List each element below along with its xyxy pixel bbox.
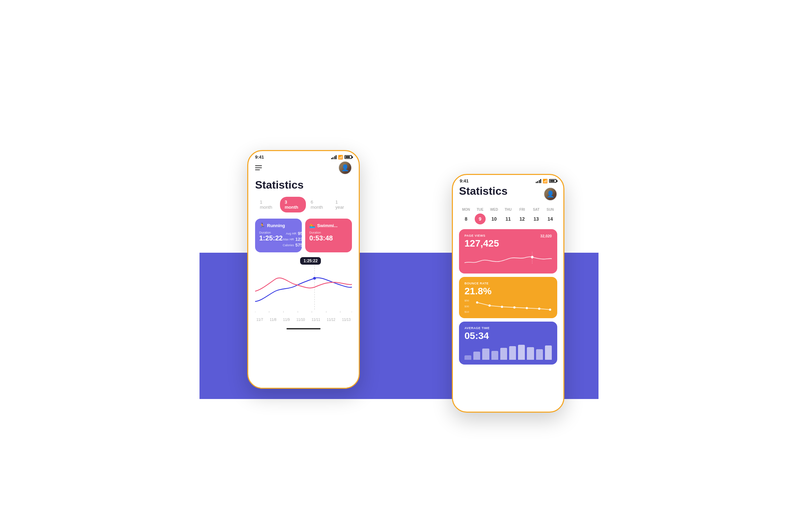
filter-6month[interactable]: 6 month [306, 197, 331, 212]
max-hr-value: 123 [295, 237, 302, 242]
status-bar-right: 9:41 📶 [453, 175, 563, 185]
signal-icon-right [536, 179, 542, 183]
date-2: 11/9 [283, 318, 290, 322]
avatar-image: 👤 [339, 162, 351, 174]
cal-day-8[interactable]: 8 [461, 213, 472, 224]
filter-3month[interactable]: 3 month [280, 197, 306, 212]
swimming-duration: 0:53:48 [309, 234, 333, 242]
cal-header-sun: SUN [543, 208, 557, 211]
avgtime-card[interactable]: AVERAGE TIME 05:34 [459, 322, 557, 365]
bouncerate-card[interactable]: BOUNCE RATE 21.8% $50 $30 $10 [459, 277, 557, 318]
running-icon: 🏃 [259, 223, 265, 228]
cal-day-14[interactable]: 14 [545, 213, 556, 224]
avg-hr-label: Avg HR [286, 232, 296, 235]
status-time-right: 9:41 [460, 178, 469, 183]
avatar-right[interactable]: 👤 [544, 187, 557, 201]
page-title-right: Statistics [459, 185, 507, 197]
swimming-icon: 🏊 [309, 223, 315, 228]
signal-icon [331, 155, 337, 159]
cal-day-11[interactable]: 11 [503, 213, 514, 224]
calories-label: Calories [283, 243, 294, 247]
date-3: 11/10 [296, 318, 305, 322]
bouncerate-chart [471, 298, 552, 313]
cal-day-10[interactable]: 10 [489, 213, 500, 224]
date-1: 11/8 [270, 318, 276, 322]
cal-day-12[interactable]: 12 [517, 213, 528, 224]
running-header: 🏃 Running [259, 223, 298, 228]
avatar-left[interactable]: 👤 [338, 161, 352, 175]
chart-area: 1:25:22 [255, 257, 352, 325]
menu-icon[interactable] [255, 165, 262, 170]
battery-icon [344, 155, 352, 159]
pageviews-card[interactable]: PAGE VIEWS 127,425 32,020 [459, 229, 557, 274]
wifi-icon-right: 📶 [543, 179, 548, 183]
status-bar-left: 9:41 📶 [248, 151, 359, 161]
cal-header-mon: MON [459, 208, 473, 211]
running-name: Running [267, 223, 285, 228]
wifi-icon: 📶 [338, 155, 343, 160]
time-filters: 1 month 3 month 6 month 1 year [255, 197, 352, 212]
avatar-image-right: 👤 [544, 188, 557, 200]
right-header: Statistics 👤 [459, 185, 557, 203]
avgtime-bars [464, 343, 552, 360]
date-6: 11/13 [342, 318, 351, 322]
pageviews-value: 127,425 [464, 238, 552, 249]
calories-value: 575 [295, 242, 302, 248]
status-time-left: 9:41 [255, 154, 264, 160]
avgtime-value: 05:34 [464, 330, 552, 341]
date-0: 11/7 [256, 318, 263, 322]
page-title-left: Statistics [255, 179, 352, 191]
status-icons-left: 📶 [331, 155, 352, 160]
swimming-stats: Duration 0:53:48 [309, 231, 348, 242]
avgtime-label: AVERAGE TIME [464, 326, 552, 330]
scene: 9:41 📶 👤 Statis [200, 133, 598, 399]
activity-cards: 🏃 Running Duration 1:25:22 Avg HR 95 [255, 219, 352, 252]
running-card[interactable]: 🏃 Running Duration 1:25:22 Avg HR 95 [255, 219, 302, 252]
cal-header-sat: SAT [529, 208, 543, 211]
swimming-name: Swimmi... [317, 223, 338, 228]
pageviews-mini: 32,020 [540, 234, 552, 238]
bouncerate-label: BOUNCE RATE [464, 282, 552, 285]
running-stats: Duration 1:25:22 Avg HR 95 Max HR 123 [259, 231, 298, 248]
top-nav-left: 👤 [255, 161, 352, 175]
phone-right: 9:41 📶 Statistics 👤 MON [452, 174, 564, 413]
pageviews-label: PAGE VIEWS [464, 234, 552, 237]
chart-tooltip: 1:25:22 [300, 257, 321, 265]
swimming-card[interactable]: 🏊 Swimmi... Duration 0:53:48 [305, 219, 352, 252]
cal-header-tue: TUE [473, 208, 487, 211]
swimming-duration-label: Duration [309, 231, 333, 234]
running-right: Avg HR 95 Max HR 123 Calories 575 [283, 231, 302, 248]
date-4: 11/11 [312, 318, 320, 322]
battery-icon-right [549, 179, 557, 183]
date-5: 11/12 [327, 318, 335, 322]
phone-left: 9:41 📶 👤 Statis [247, 150, 360, 389]
cal-day-13[interactable]: 13 [531, 213, 542, 224]
avg-hr-value: 95 [298, 231, 302, 236]
bounce-y1: $50 [464, 299, 469, 302]
bouncerate-value: 21.8% [464, 286, 552, 297]
bounce-y2: $30 [464, 305, 469, 308]
running-left: Duration 1:25:22 [259, 231, 283, 248]
chart-dates: 11/7 11/8 11/9 11/10 11/11 11/12 11/13 [255, 318, 352, 322]
phone-left-content: 👤 Statistics 1 month 3 month 6 month 1 y… [248, 161, 359, 387]
bounce-y3: $10 [464, 310, 469, 313]
cal-header-wed: WED [487, 208, 501, 211]
cal-header-fri: FRI [515, 208, 529, 211]
swimming-left: Duration 0:53:48 [309, 231, 333, 242]
swimming-header: 🏊 Swimmi... [309, 223, 348, 228]
filter-1year[interactable]: 1 year [331, 197, 352, 212]
running-duration-label: Duration [259, 231, 283, 234]
phone-right-content: Statistics 👤 MON TUE WED THU FRI SAT SUN… [453, 185, 563, 365]
pageviews-chart [464, 250, 552, 267]
cal-day-9[interactable]: 9 [475, 213, 486, 224]
status-icons-right: 📶 [536, 179, 557, 183]
running-duration: 1:25:22 [259, 234, 283, 242]
cal-header-thu: THU [501, 208, 515, 211]
filter-1month[interactable]: 1 month [255, 197, 280, 212]
max-hr-label: Max HR [283, 238, 294, 241]
chart-svg [255, 257, 352, 315]
calendar-week: MON TUE WED THU FRI SAT SUN 8 9 10 11 12… [459, 208, 557, 224]
